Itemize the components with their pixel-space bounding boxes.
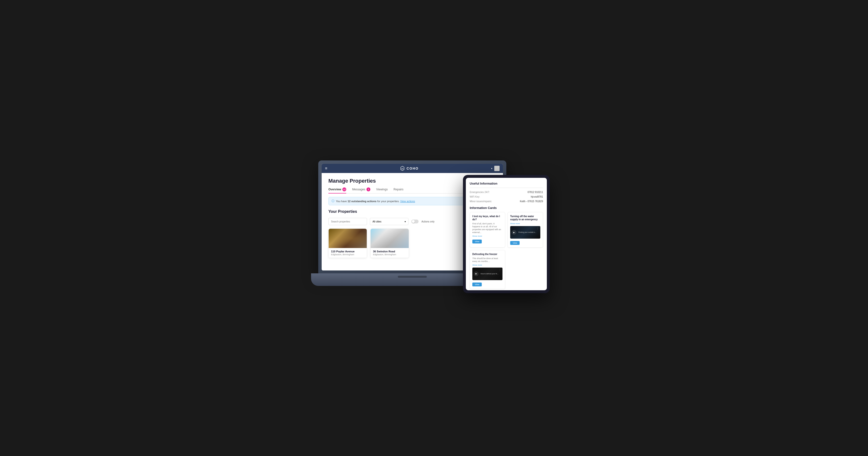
tab-overview[interactable]: Overview 12 (329, 188, 346, 193)
video-logo-defrost: ▶ (474, 272, 478, 276)
alert-text-after: for your properties. (376, 200, 399, 203)
card-title-lost-keys: I lost my keys, what do I do? (472, 215, 502, 221)
info-icon: ⓘ (332, 199, 334, 203)
city-select[interactable]: All cities ▾ (370, 218, 408, 225)
info-label-repairs: Minor issues/repairs: (470, 200, 492, 203)
city-select-label: All cities (373, 220, 381, 223)
alert-link[interactable]: View actions (400, 200, 415, 203)
scene: ≡ CO COHO ▾ (318, 161, 550, 295)
property-image-2 (371, 229, 409, 248)
tablet-content: Useful Information Emergencies 24/7: 078… (466, 178, 547, 290)
nav-right: ▾ (491, 166, 500, 171)
property-name-1: 110 Poplar Avenue (331, 250, 364, 253)
tablet-screen: Useful Information Emergencies 24/7: 078… (466, 178, 547, 290)
video-more-icon-defrost: ⋮ (499, 268, 501, 271)
app-navbar: ≡ CO COHO ▾ (322, 164, 503, 173)
chevron-down-icon: ▾ (405, 220, 406, 223)
card-view-btn-water[interactable]: View (510, 241, 520, 245)
alert-text: You have 12 outstanding actions for your… (336, 200, 415, 203)
info-cards-section: Information Cards I lost my keys, what d… (470, 206, 543, 289)
tab-repairs[interactable]: Repairs (394, 188, 403, 193)
useful-info-title: Useful Information (470, 182, 543, 185)
info-item-emergencies: Emergencies 24/7: 07812 910211 (470, 191, 543, 194)
card-text-defrost: This should be done at least every six m… (472, 257, 502, 263)
card-view-btn-defrost[interactable]: View (472, 283, 482, 286)
tab-overview-badge: 12 (342, 188, 346, 191)
info-label-emergencies: Emergencies 24/7: (470, 191, 490, 194)
info-card-lost-keys: I lost my keys, what do I do? First of a… (470, 212, 505, 248)
menu-icon[interactable]: ≡ (325, 166, 327, 171)
tablet-device: Useful Information Emergencies 24/7: 078… (463, 175, 550, 293)
video-label-water: Finding your outside s... (517, 231, 540, 233)
card-text-lost-keys: First of all, don't panic. It happens to… (472, 223, 502, 234)
info-value-wifi: hjcvsd9781 (531, 195, 543, 198)
svg-text:CO: CO (401, 168, 404, 170)
avatar[interactable] (494, 166, 500, 171)
video-thumb-defrost[interactable]: ▶ How to defrost your fri... ⋮ (472, 267, 502, 280)
property-address-1: Edgbaston, Birmingham (331, 253, 364, 256)
video-more-icon-water: ⋮ (536, 227, 539, 230)
info-value-emergencies: 07812 910211 (528, 191, 543, 194)
logo-text: COHO (406, 167, 418, 170)
alert-highlight: 12 outstanding actions (348, 200, 377, 203)
card-show-more-lost-keys[interactable]: Show more (472, 235, 502, 237)
coho-logo-icon: CO (400, 166, 405, 171)
info-cards-title: Information Cards (470, 206, 543, 210)
logo-area: CO COHO (400, 166, 418, 171)
video-thumb-water[interactable]: ▶ Finding your outside s... ⋮ (510, 226, 540, 238)
tab-messages-badge: 1 (367, 188, 370, 191)
tab-viewings-label: Viewings (376, 188, 388, 191)
property-info-1: 110 Poplar Avenue Edgbaston, Birmingham (329, 248, 367, 258)
info-label-wifi: WiFi Key: (470, 195, 480, 198)
tab-overview-label: Overview (329, 188, 341, 191)
card-show-more-defrost[interactable]: Show more (472, 264, 502, 266)
card-view-btn-lost-keys[interactable]: View (472, 239, 482, 244)
property-name-2: 36 Swindon Road (373, 250, 406, 253)
info-item-repairs: Minor issues/repairs: Keith - 07615 7618… (470, 200, 543, 203)
nav-dropdown-icon[interactable]: ▾ (491, 167, 492, 170)
card-title-defrost: Defrosting the freezer (472, 253, 502, 256)
search-input[interactable] (329, 218, 367, 225)
tablet-body: Useful Information Emergencies 24/7: 078… (463, 175, 550, 293)
property-card-1[interactable]: 110 Poplar Avenue Edgbaston, Birmingham (329, 228, 367, 258)
actions-only-label: Actions only (422, 220, 434, 223)
info-card-water: Turning off the water supply in an emerg… (507, 212, 543, 248)
card-title-water: Turning off the water supply in an emerg… (510, 215, 540, 221)
property-card-2[interactable]: 36 Swindon Road Edgbaston, Birmingham (370, 228, 409, 258)
card-show-more-water[interactable]: Show more (510, 223, 540, 225)
tab-viewings[interactable]: Viewings (376, 188, 388, 193)
property-address-2: Edgbaston, Birmingham (373, 253, 406, 256)
info-value-repairs: Keith - 07615 761829 (520, 200, 543, 203)
video-label-defrost: How to defrost your fri... (478, 273, 502, 275)
property-image-1 (329, 229, 367, 248)
alert-text-before: You have (336, 200, 348, 203)
info-card-defrost: Defrosting the freezer This should be do… (470, 250, 505, 289)
tab-messages-label: Messages (352, 188, 365, 191)
info-item-wifi: WiFi Key: hjcvsd9781 (470, 195, 543, 198)
tab-messages[interactable]: Messages 1 (352, 188, 370, 193)
section-title: Your Properties (329, 209, 357, 214)
info-cards-grid: I lost my keys, what do I do? First of a… (470, 212, 543, 289)
video-logo-water: ▶ (512, 230, 517, 235)
tab-repairs-label: Repairs (394, 188, 403, 191)
actions-only-toggle[interactable] (411, 220, 418, 223)
property-info-2: 36 Swindon Road Edgbaston, Birmingham (371, 248, 409, 258)
